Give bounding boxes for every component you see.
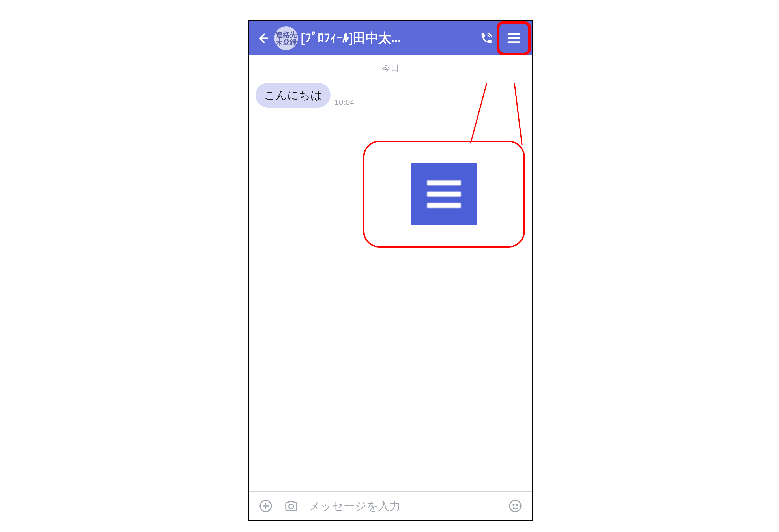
menu-button[interactable]	[498, 23, 529, 54]
add-button[interactable]	[258, 498, 274, 514]
svg-point-3	[513, 504, 514, 506]
badge-line1: 連絡先	[276, 31, 297, 38]
arrow-left-icon	[256, 32, 269, 45]
message-row: こんにちは 10:04	[249, 74, 532, 108]
svg-point-4	[517, 504, 518, 506]
hamburger-icon	[506, 30, 522, 46]
message-time: 10:04	[335, 98, 354, 108]
chat-screen: 連絡先 未登録 [ﾌﾟﾛﾌｨｰﾙ]田中太... 今日 こんにちは	[248, 20, 533, 521]
camera-icon	[284, 499, 298, 513]
hamburger-icon	[427, 180, 461, 208]
message-bubble: こんにちは	[255, 83, 331, 108]
annotation-callout	[363, 141, 525, 248]
svg-point-1	[289, 504, 294, 509]
date-separator: 今日	[249, 63, 532, 74]
chat-body: 今日 こんにちは 10:04	[249, 55, 532, 491]
call-button[interactable]	[477, 29, 495, 47]
smile-icon	[508, 499, 522, 513]
emoji-button[interactable]	[507, 498, 523, 514]
camera-button[interactable]	[283, 498, 299, 514]
plus-circle-icon	[259, 499, 273, 513]
phone-icon	[480, 32, 493, 45]
unregistered-contact-badge: 連絡先 未登録	[274, 26, 298, 50]
chat-title: [ﾌﾟﾛﾌｨｰﾙ]田中太...	[301, 29, 475, 47]
message-input[interactable]: メッセージを入力	[309, 498, 498, 514]
callout-menu-tile	[411, 163, 477, 225]
message-input-bar: メッセージを入力	[249, 491, 532, 520]
back-button[interactable]	[254, 30, 272, 47]
badge-line2: 未登録	[276, 38, 297, 46]
svg-point-2	[510, 500, 521, 512]
header-bar: 連絡先 未登録 [ﾌﾟﾛﾌｨｰﾙ]田中太...	[249, 21, 532, 55]
